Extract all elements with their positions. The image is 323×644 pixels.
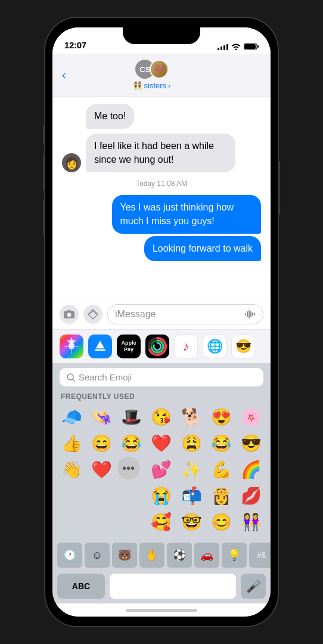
svg-rect-9 [250,311,251,317]
emoji-smile-blush[interactable]: 😊 [207,509,235,534]
svg-rect-6 [245,313,246,315]
memoji-1[interactable]: 🧢 [57,404,86,429]
emoji-empty-5 [87,509,116,534]
msg-row-sent-1: Yes I was just thinking how much I miss … [62,195,261,234]
svg-line-22 [73,379,74,381]
emoji-more[interactable]: ••• [117,457,140,479]
emoji-heart-eyes[interactable]: 😍 [207,404,235,429]
svg-rect-5 [67,310,71,312]
emoji-sparkle[interactable]: ✨ [177,457,206,482]
wifi-icon [231,43,241,50]
status-time: 12:07 [64,40,86,50]
appstore-icon [88,309,98,320]
emoji-keyboard: Search Emoji FREQUENTLY USED 🧢 👒 🎩 😘 🐕 😍… [52,363,271,539]
audio-waveform-icon [244,308,256,320]
memoji-3[interactable]: 🎩 [117,404,146,429]
volume-down-button[interactable] [43,200,45,236]
memoji-thumbs[interactable]: 👍 [57,431,86,456]
symbols-key[interactable]: #& [249,543,271,568]
memoji-laugh[interactable]: 😂 [117,431,146,456]
input-placeholder: iMessage [115,309,156,320]
emoji-search-bar[interactable]: Search Emoji [60,368,263,386]
emoji-laughing[interactable]: 😂 [207,431,235,456]
app-photos-button[interactable] [60,335,83,358]
microphone-icon: 🎤 [246,579,261,593]
app-strip: ApplePay ♪ 🌐 [52,329,271,363]
message-bubble-looking-forward: Looking forward to walk [144,236,261,261]
battery-icon [244,43,259,50]
emoji-dog[interactable]: 🐕 [177,404,206,429]
svg-rect-7 [247,311,248,317]
emoji-smiley-key[interactable]: ☺ [85,543,110,568]
emoji-search-placeholder: Search Emoji [79,372,132,382]
app-memoji-button[interactable]: 😎 [231,335,255,358]
signal-bar-2 [220,47,222,50]
emoji-empty-6 [117,509,146,534]
memoji-2[interactable]: 👒 [87,404,116,429]
emoji-kiss[interactable]: 😘 [147,404,176,429]
objects-key[interactable]: 💡 [222,543,247,568]
imessage-input[interactable]: iMessage [107,304,263,324]
memoji-smile[interactable]: 😄 [87,431,116,456]
signal-bar-1 [218,48,219,50]
emoji-flower[interactable]: 🌸 [237,404,266,429]
emoji-nerd[interactable]: 🤓 [177,509,206,534]
appstore-button[interactable] [83,305,103,324]
app-appstore-button[interactable] [88,335,112,358]
timestamp: Today 11:08 AM [62,179,261,188]
svg-point-4 [67,313,72,317]
volume-up-button[interactable] [43,155,45,191]
emoji-couple[interactable]: 👭 [237,509,266,534]
emoji-sunglasses[interactable]: 😎 [237,431,266,456]
svg-rect-10 [252,312,253,316]
fitness-rings-icon [147,336,168,357]
hand-key[interactable]: ✋ [139,543,164,568]
group-name[interactable]: 👯 sisters › [133,81,171,90]
app-fitness-button[interactable] [145,335,169,358]
home-indicator [52,603,271,617]
spacebar[interactable] [110,574,236,599]
signal-bar-3 [223,45,225,50]
group-emoji: 👯 [133,81,142,90]
camera-button[interactable] [60,305,79,324]
emoji-empty-4 [57,509,86,534]
abc-key[interactable]: ABC [57,574,105,599]
back-chevron-icon: ‹ [62,69,66,80]
svg-rect-11 [254,313,255,315]
sports-key[interactable]: ⚽ [167,543,192,568]
app-pay-button[interactable]: ApplePay [117,335,141,358]
emoji-love-eyes[interactable]: 🥰 [147,509,176,534]
phone-screen: 12:07 ‹ [52,27,271,617]
back-button[interactable]: ‹ [62,69,66,80]
signal-bar-4 [226,44,228,50]
status-icons [218,43,259,50]
apple-pay-label: ApplePay [121,340,136,353]
group-name-label: sisters [144,81,167,90]
emoji-exhale[interactable]: 😩 [177,431,206,456]
message-bubble-miss-you: Yes I was just thinking how much I miss … [112,195,262,234]
nav-bar: ‹ CS 🤎 👯 sisters › [52,54,271,97]
travel-key[interactable]: 🚗 [194,543,219,568]
emoji-sob[interactable]: 😭 [147,483,176,508]
emoji-two-hearts[interactable]: 💕 [147,457,176,482]
mute-button[interactable] [43,125,45,144]
emoji-muscle[interactable]: 💪 [207,457,235,482]
power-button[interactable] [278,161,280,215]
app-safari-button[interactable]: 🌐 [203,335,226,358]
notch [123,27,200,44]
emoji-rainbow[interactable]: 🌈 [237,457,266,482]
emoji-princess[interactable]: 👸 [207,483,235,508]
svg-point-13 [69,343,74,349]
frequently-used-label: FREQUENTLY USED [52,390,271,404]
group-name-chevron-icon: › [168,82,170,90]
animal-key[interactable]: 🐻 [112,543,137,568]
memoji-wave[interactable]: 👋 [57,457,86,482]
clock-key[interactable]: 🕐 [57,543,82,568]
emoji-red-heart[interactable]: ❤️ [147,431,176,456]
emoji-lips[interactable]: 💋 [237,483,266,508]
avatar-group[interactable]: CS 🤎 [134,58,169,80]
memoji-heart[interactable]: ❤️ [87,457,116,482]
emoji-mailbox[interactable]: 📬 [177,483,206,508]
app-music-button[interactable]: ♪ [174,335,198,358]
mic-key[interactable]: 🎤 [241,574,266,599]
